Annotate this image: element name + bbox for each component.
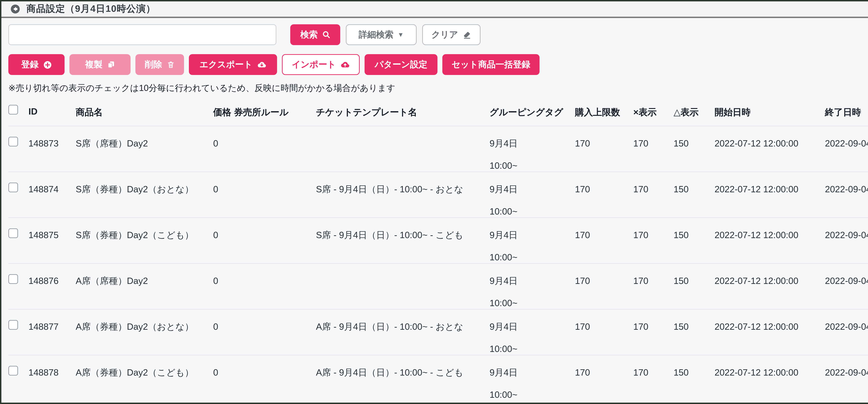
back-button[interactable] [10, 4, 20, 14]
cell-name: A席（券種）Day2（こども） [76, 355, 213, 378]
col-header-template: チケットテンプレート名 [316, 99, 490, 119]
grouping-tag-line1: 9月4日 [490, 321, 518, 332]
cell-purchase-limit: 170 [575, 264, 633, 287]
cell-end: 2022-09-04 09:59:59 [825, 172, 868, 195]
col-header-rule: 券売所ルール [234, 99, 316, 119]
cell-template [316, 264, 490, 276]
col-header-triangle-display: △表示 [674, 99, 715, 119]
search-row: 検索 詳細検索 ▼ クリア [8, 24, 868, 45]
grouping-tag-line1: 9月4日 [490, 230, 518, 240]
search-input[interactable] [8, 24, 276, 45]
trash-icon [166, 60, 175, 69]
cell-price: 0 [213, 172, 234, 195]
col-header-end: 終了日時 [825, 99, 868, 119]
table-row: 148875 S席（券種）Day2（こども） 0 S席 - 9月4日（日）- 1… [8, 217, 868, 263]
grouping-tag-line1: 9月4日 [490, 367, 518, 378]
row-checkbox[interactable] [8, 183, 18, 192]
table-row: 148877 A席（券種）Day2（おとな） 0 A席 - 9月4日（日）- 1… [8, 309, 868, 355]
search-button-label: 検索 [300, 29, 318, 41]
duplicate-label: 複製 [85, 59, 102, 70]
cell-grouping-tag: 9月4日 10:00~ [490, 126, 575, 172]
cell-rule [234, 355, 316, 367]
advanced-search-label: 詳細検索 [359, 29, 393, 41]
delete-button[interactable]: 削除 [135, 54, 184, 75]
table-row: 148873 S席（席種）Day2 0 9月4日 10:00~ 170 170 … [8, 126, 868, 172]
select-all-cell [8, 99, 28, 115]
cell-end: 2022-09-04 09:59:59 [825, 264, 868, 287]
clear-button[interactable]: クリア [422, 24, 480, 45]
import-button[interactable]: インポート [282, 54, 360, 75]
grouping-tag-line1: 9月4日 [490, 138, 518, 149]
cell-start: 2022-07-12 12:00:00 [715, 126, 825, 149]
caret-down-icon: ▼ [398, 32, 404, 38]
cell-template: A席 - 9月4日（日）- 10:00~ - こども [316, 355, 490, 378]
col-header-grouping-tag: グルーピングタグ [490, 99, 575, 119]
eraser-icon [462, 30, 471, 39]
table-body: 148873 S席（席種）Day2 0 9月4日 10:00~ 170 170 … [8, 126, 868, 401]
copy-icon [106, 60, 115, 69]
row-checkbox[interactable] [8, 320, 18, 330]
row-checkbox[interactable] [8, 274, 18, 284]
row-checkbox-cell [8, 355, 28, 376]
plus-circle-icon [43, 60, 52, 69]
cell-x-display: 170 [633, 310, 674, 333]
clear-button-label: クリア [431, 29, 458, 41]
bulk-set-register-button[interactable]: セット商品一括登録 [442, 54, 539, 75]
pattern-settings-button[interactable]: パターン設定 [365, 54, 437, 75]
select-all-checkbox[interactable] [8, 105, 18, 115]
cell-price: 0 [213, 126, 234, 149]
cell-grouping-tag: 9月4日 10:00~ [490, 355, 575, 401]
app-window: 商品設定（9月4日10時公演） 検索 詳細検索 ▼ クリア [0, 0, 868, 404]
advanced-search-button[interactable]: 詳細検索 ▼ [346, 24, 416, 45]
duplicate-button[interactable]: 複製 [69, 54, 130, 75]
cell-start: 2022-07-12 12:00:00 [715, 355, 825, 378]
grouping-tag-line1: 9月4日 [490, 276, 518, 286]
page-title: 商品設定（9月4日10時公演） [26, 3, 156, 15]
cell-id: 148874 [28, 172, 76, 195]
cell-purchase-limit: 170 [575, 310, 633, 333]
search-button[interactable]: 検索 [290, 24, 340, 45]
register-label: 登録 [21, 59, 38, 70]
cell-triangle-display: 150 [674, 310, 715, 333]
cell-x-display: 170 [633, 218, 674, 241]
cell-rule [234, 264, 316, 276]
col-header-id: ID [28, 99, 76, 117]
cell-price: 0 [213, 355, 234, 378]
cell-purchase-limit: 170 [575, 126, 633, 149]
table-row: 148878 A席（券種）Day2（こども） 0 A席 - 9月4日（日）- 1… [8, 355, 868, 401]
cloud-download-icon [257, 60, 267, 69]
row-checkbox[interactable] [8, 228, 18, 238]
cell-rule [234, 172, 316, 184]
export-button[interactable]: エクスポート [189, 54, 277, 75]
cell-end: 2022-09-04 09:59:59 [825, 126, 868, 149]
cell-grouping-tag: 9月4日 10:00~ [490, 310, 575, 355]
cell-purchase-limit: 170 [575, 218, 633, 241]
table-row: 148874 S席（券種）Day2（おとな） 0 S席 - 9月4日（日）- 1… [8, 172, 868, 217]
bulk-set-register-label: セット商品一括登録 [452, 59, 530, 70]
grouping-tag-line2: 10:00~ [490, 390, 571, 401]
table-row: 148876 A席（席種）Day2 0 9月4日 10:00~ 170 170 … [8, 263, 868, 309]
delete-label: 削除 [145, 59, 162, 70]
row-checkbox[interactable] [8, 366, 18, 376]
cell-grouping-tag: 9月4日 10:00~ [490, 218, 575, 263]
cell-rule [234, 126, 316, 138]
col-header-x-display: ×表示 [633, 99, 674, 119]
row-checkbox-cell [8, 310, 28, 330]
cell-id: 148877 [28, 310, 76, 333]
cell-purchase-limit: 170 [575, 172, 633, 195]
cell-name: S席（席種）Day2 [76, 126, 213, 149]
cell-purchase-limit: 170 [575, 355, 633, 378]
cell-price: 0 [213, 310, 234, 333]
toolbar-row: 登録 複製 削除 [8, 54, 868, 75]
cell-grouping-tag: 9月4日 10:00~ [490, 172, 575, 217]
cell-end: 2022-09-04 09:59:59 [825, 218, 868, 241]
grouping-tag-line2: 10:00~ [490, 206, 571, 217]
cell-template: A席 - 9月4日（日）- 10:00~ - おとな [316, 310, 490, 333]
register-button[interactable]: 登録 [8, 54, 65, 75]
cell-triangle-display: 150 [674, 264, 715, 287]
cell-id: 148876 [28, 264, 76, 287]
row-checkbox[interactable] [8, 137, 18, 147]
cell-triangle-display: 150 [674, 126, 715, 149]
back-arrow-circle-icon [10, 4, 20, 14]
col-header-purchase-limit: 購入上限数 [575, 99, 633, 119]
